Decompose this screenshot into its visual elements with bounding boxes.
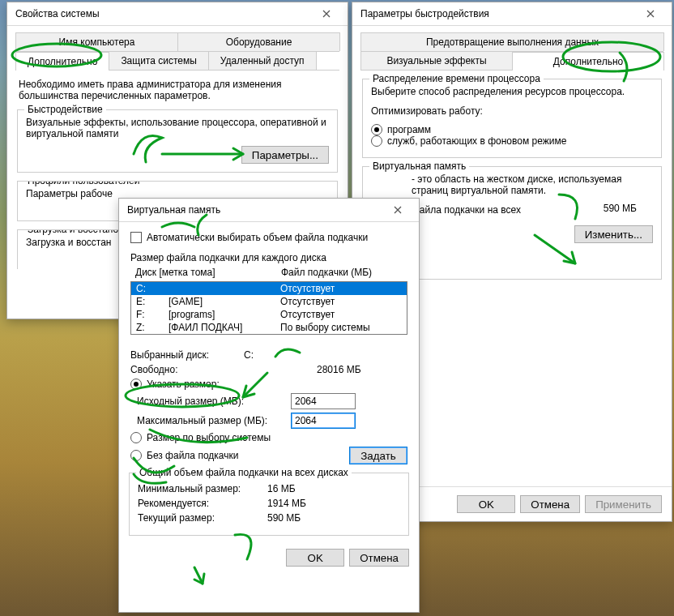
group-legend: Виртуальная память (369, 160, 469, 172)
optimize-label: Оптимизировать работу: (371, 105, 653, 117)
scheduling-group: Распределение времени процессора Выберит… (362, 79, 662, 158)
cancel-button[interactable]: Отмена (349, 549, 409, 567)
tab-remote[interactable]: Удаленный доступ (208, 51, 317, 70)
titlebar: Параметры быстродействия (352, 2, 672, 26)
close-icon[interactable] (382, 202, 414, 218)
performance-settings-button[interactable]: Параметры... (241, 146, 329, 164)
min-label: Минимальный размер: (138, 483, 267, 494)
tab-hardware[interactable]: Оборудование (177, 32, 340, 51)
tab-visual-effects[interactable]: Визуальные эффекты (360, 51, 513, 70)
drive-row[interactable]: Z:[ФАИЛ ПОДКАЧ]По выбору системы (131, 321, 407, 334)
checkbox-label: Автоматически выбирать объем файла подка… (147, 232, 368, 243)
virtual-memory-window: Виртуальная память Автоматически выбират… (118, 198, 420, 613)
apply-button[interactable]: Применить (585, 495, 662, 513)
list-header-pf: Файл подкачки (МБ) (281, 267, 403, 278)
radio-system-managed[interactable]: Размер по выбору системы (130, 432, 271, 443)
set-button[interactable]: Задать (349, 447, 407, 464)
sched-text: Выберите способ распределения ресурсов п… (371, 86, 653, 97)
rec-label: Рекомендуется: (138, 498, 267, 509)
radio-label: Указать размер: (147, 379, 220, 390)
tabstrip-row1: Имя компьютера Оборудование (15, 32, 339, 52)
performance-text: Визуальные эффекты, использование процес… (26, 117, 329, 139)
tab-dep[interactable]: Предотвращение выполнения данных (360, 32, 664, 51)
ok-button[interactable]: OK (286, 549, 344, 567)
vm-text: страниц виртуальной памяти. (412, 185, 546, 196)
min-value: 16 МБ (267, 483, 296, 494)
initial-size-label: Исходный размер (МБ): (130, 396, 291, 407)
tab-computer-name[interactable]: Имя компьютера (15, 32, 178, 51)
total-group: Общий объем файла подкачки на всех диска… (129, 473, 409, 536)
free-label: Свободно: (130, 364, 244, 375)
radio-label: служб, работающих в фоновом режиме (387, 135, 566, 147)
tabstrip-row2: Дополнительно Защита системы Удаленный д… (15, 51, 339, 71)
intro-text: Необходимо иметь права администратора дл… (7, 71, 348, 101)
initial-size-input[interactable]: 2064 (291, 393, 356, 409)
free-value: 28016 МБ (317, 364, 361, 375)
tab-advanced[interactable]: Дополнительно (512, 52, 664, 71)
max-size-label: Максимальный размер (МБ): (130, 415, 291, 426)
drive-row[interactable]: F:[programs]Отсутствует (131, 308, 407, 321)
group-legend: Быстродействие (24, 104, 106, 115)
radio-services[interactable]: служб, работающих в фоновом режиме (371, 135, 566, 147)
radio-programs[interactable]: программ (371, 124, 431, 135)
window-title: Виртуальная память (127, 204, 220, 216)
tab-system-protection[interactable]: Защита системы (109, 51, 208, 70)
cur-label: Текущий размер: (138, 512, 267, 524)
group-legend: Профили пользователей (24, 181, 143, 186)
drive-row[interactable]: E:[GAME]Отсутствует (131, 295, 407, 308)
radio-label: Размер по выбору системы (147, 432, 271, 443)
tabstrip-row1: Предотвращение выполнения данных (360, 32, 663, 52)
window-title: Параметры быстродействия (360, 8, 489, 19)
titlebar: Виртуальная память (119, 199, 419, 222)
group-legend: Общий объем файла подкачки на всех диска… (136, 467, 352, 478)
vm-total-label: файла подкачки на всех (412, 204, 521, 216)
auto-manage-checkbox[interactable]: Автоматически выбирать объем файла подка… (130, 232, 368, 243)
vm-text: - это область на жестком диске, использу… (412, 173, 621, 185)
tab-advanced[interactable]: Дополнительно (15, 52, 109, 71)
cancel-button[interactable]: Отмена (520, 495, 580, 513)
drive-row[interactable]: C:Отсутствует (131, 282, 407, 295)
close-icon[interactable] (310, 6, 343, 22)
change-vm-button[interactable]: Изменить... (574, 225, 653, 243)
selected-drive-label: Выбранный диск: (130, 349, 244, 361)
cur-value: 590 МБ (267, 512, 301, 524)
radio-no-paging[interactable]: Без файла подкачки (130, 450, 238, 461)
performance-group: Быстродействие Визуальные эффекты, испол… (17, 109, 338, 173)
list-header-drive: Диск [метка тома] (135, 267, 281, 278)
tabstrip-row2: Визуальные эффекты Дополнительно (360, 51, 663, 71)
selected-drive-value: C: (244, 349, 254, 361)
list-legend: Размер файла подкачки для каждого диска (130, 252, 407, 263)
radio-custom-size[interactable]: Указать размер: (130, 379, 220, 390)
drive-listbox[interactable]: C:ОтсутствуетE:[GAME]ОтсутствуетF:[progr… (130, 281, 407, 335)
ok-button[interactable]: OK (457, 495, 515, 513)
rec-value: 1914 МБ (267, 498, 306, 509)
window-title: Свойства системы (15, 8, 100, 19)
max-size-input[interactable]: 2064 (291, 413, 356, 429)
group-legend: Распределение времени процессора (369, 73, 544, 84)
titlebar: Свойства системы (7, 2, 348, 26)
close-icon[interactable] (634, 6, 667, 22)
radio-label: Без файла подкачки (147, 450, 238, 461)
radio-label: программ (387, 124, 431, 135)
